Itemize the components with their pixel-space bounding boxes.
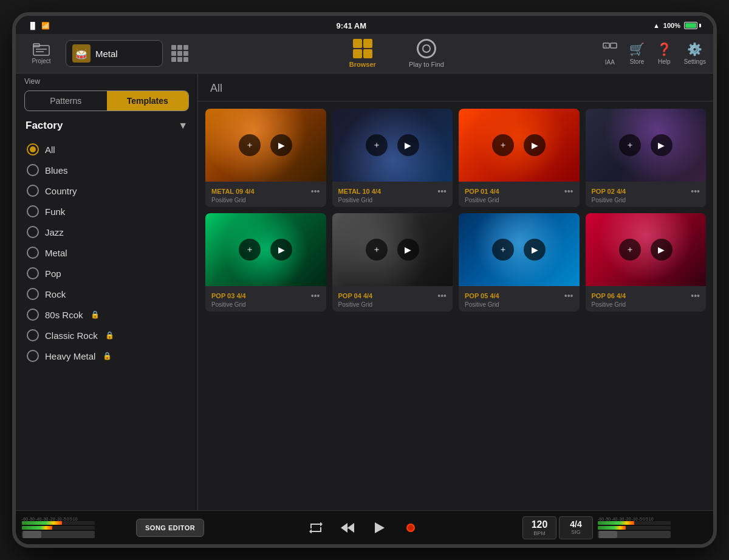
- more-button[interactable]: •••: [311, 291, 320, 301]
- add-button[interactable]: ＋: [239, 239, 261, 261]
- iaa-label: IAA: [605, 59, 615, 66]
- right-scroll[interactable]: [598, 531, 671, 538]
- category-item-country[interactable]: Country: [24, 180, 189, 201]
- category-item-jazz[interactable]: Jazz: [24, 222, 189, 242]
- plus-icon: ＋: [626, 140, 634, 151]
- time-sig-box[interactable]: 4/4 SIG: [559, 516, 593, 539]
- play-icon: ▶: [658, 140, 665, 150]
- category-item-80srock[interactable]: 80s Rcok🔒: [24, 304, 189, 325]
- plus-icon: ＋: [372, 244, 381, 255]
- add-button[interactable]: ＋: [492, 239, 514, 261]
- template-card-metal10[interactable]: ＋ ▶ METAL 10 4/4 ••• Positive Grid: [332, 109, 453, 207]
- add-button[interactable]: ＋: [619, 239, 641, 261]
- play-card-button[interactable]: ▶: [524, 239, 546, 261]
- card-info: POP 03 4/4 ••• Positive Grid: [205, 286, 326, 312]
- play-button[interactable]: [368, 517, 390, 539]
- card-title: POP 03 4/4: [211, 292, 246, 299]
- project-button[interactable]: Project: [23, 43, 60, 64]
- play-card-button[interactable]: ▶: [651, 239, 673, 261]
- radio-outer: [27, 185, 39, 197]
- settings-button[interactable]: ⚙️ Settings: [684, 42, 706, 65]
- card-info: POP 05 4/4 ••• Positive Grid: [459, 286, 580, 312]
- category-item-blues[interactable]: Blues: [24, 160, 189, 180]
- add-button[interactable]: ＋: [492, 134, 514, 156]
- template-card-pop01[interactable]: ＋ ▶ POP 01 4/4 ••• Positive Grid: [459, 109, 580, 207]
- help-label: Help: [658, 58, 671, 65]
- card-overlay: ＋ ▶: [459, 213, 580, 286]
- bpm-box[interactable]: 120 BPM: [522, 516, 556, 539]
- add-button[interactable]: ＋: [366, 134, 388, 156]
- instrument-selector[interactable]: 🥁 Metal: [66, 40, 163, 67]
- nav-browser[interactable]: Browser: [342, 36, 383, 70]
- play-card-button[interactable]: ▶: [651, 134, 673, 156]
- help-button[interactable]: ❓ Help: [657, 42, 672, 65]
- add-button[interactable]: ＋: [239, 134, 261, 156]
- nav-play-to-find[interactable]: Play to Find: [402, 36, 451, 70]
- patterns-tab[interactable]: Patterns: [25, 91, 107, 111]
- play-card-button[interactable]: ▶: [270, 239, 292, 261]
- category-item-funk[interactable]: Funk: [24, 201, 189, 222]
- card-info: POP 02 4/4 ••• Positive Grid: [586, 182, 707, 207]
- more-button[interactable]: •••: [691, 291, 700, 301]
- play-card-button[interactable]: ▶: [397, 134, 419, 156]
- play-to-find-label: Play to Find: [409, 61, 444, 68]
- svg-marker-7: [375, 522, 385, 533]
- category-item-heavymetal[interactable]: Heavy Metal🔒: [24, 346, 189, 366]
- project-label: Project: [32, 58, 50, 64]
- wifi-icon: 📶: [41, 22, 50, 30]
- lock-icon: 🔒: [103, 352, 112, 360]
- view-label: View: [24, 77, 189, 90]
- meter-bars: [22, 521, 95, 530]
- template-card-pop02[interactable]: ＋ ▶ POP 02 4/4 ••• Positive Grid: [586, 109, 707, 207]
- category-item-classicrock[interactable]: Classic Rock🔒: [24, 325, 189, 346]
- store-icon: 🛒: [629, 42, 645, 56]
- plus-icon: ＋: [626, 244, 634, 255]
- radio-outer: [27, 350, 39, 362]
- category-label: Heavy Metal: [45, 351, 95, 361]
- grid-dot: [183, 51, 188, 56]
- more-button[interactable]: •••: [564, 186, 573, 196]
- more-button[interactable]: •••: [564, 291, 573, 301]
- template-card-metal09[interactable]: ＋ ▶ METAL 09 4/4 ••• Positive Grid: [205, 109, 326, 207]
- template-card-pop03[interactable]: ＋ ▶ POP 03 4/4 ••• Positive Grid: [205, 213, 326, 312]
- template-card-pop06[interactable]: ＋ ▶ POP 06 4/4 ••• Positive Grid: [586, 213, 707, 312]
- card-title-row: POP 05 4/4 •••: [465, 291, 573, 301]
- more-button[interactable]: •••: [311, 186, 320, 196]
- card-creator: Positive Grid: [338, 197, 447, 203]
- grid-button[interactable]: [169, 43, 191, 64]
- card-title: POP 06 4/4: [592, 292, 626, 299]
- add-button[interactable]: ＋: [619, 134, 641, 156]
- category-item-rock[interactable]: Rock: [24, 284, 189, 304]
- rewind-button[interactable]: [337, 517, 358, 539]
- center-nav: Browser Play to Find: [197, 36, 597, 70]
- battery-icon: [684, 22, 701, 29]
- loop-button[interactable]: [305, 517, 327, 539]
- record-button[interactable]: [400, 517, 422, 539]
- left-scroll[interactable]: [22, 531, 95, 538]
- card-image: ＋ ▶: [332, 213, 453, 286]
- play-card-button[interactable]: ▶: [524, 134, 546, 156]
- templates-tab[interactable]: Templates: [107, 91, 189, 111]
- factory-header[interactable]: Factory ▼: [16, 114, 197, 135]
- card-info: METAL 10 4/4 ••• Positive Grid: [332, 182, 453, 207]
- more-button[interactable]: •••: [691, 186, 700, 196]
- meter-labels: -60 -50 -40 -30 -20 -10 -5 0 5 10: [22, 517, 95, 521]
- store-button[interactable]: 🛒 Store: [629, 42, 645, 65]
- card-title: METAL 10 4/4: [338, 188, 382, 195]
- add-button[interactable]: ＋: [366, 239, 388, 261]
- play-card-button[interactable]: ▶: [397, 239, 419, 261]
- template-card-pop04[interactable]: ＋ ▶ POP 04 4/4 ••• Positive Grid: [332, 213, 453, 312]
- radio-outer: [27, 205, 39, 217]
- more-button[interactable]: •••: [437, 291, 447, 301]
- iaa-button[interactable]: A IAA: [603, 42, 617, 66]
- song-editor-button[interactable]: SONG EDITOR: [136, 519, 204, 537]
- battery-percent: 100%: [663, 22, 680, 29]
- template-card-pop05[interactable]: ＋ ▶ POP 05 4/4 ••• Positive Grid: [459, 213, 580, 312]
- radio-outer: [27, 329, 39, 341]
- category-item-all[interactable]: All: [24, 139, 189, 160]
- category-item-metal[interactable]: Metal: [24, 242, 189, 263]
- play-card-button[interactable]: ▶: [270, 134, 292, 156]
- more-button[interactable]: •••: [437, 186, 447, 196]
- category-item-pop[interactable]: Pop: [24, 263, 189, 284]
- category-label: Rock: [45, 289, 66, 299]
